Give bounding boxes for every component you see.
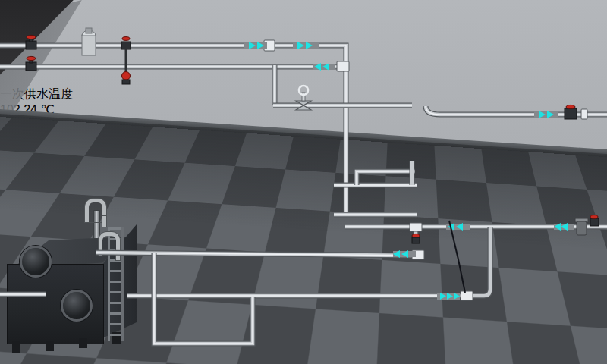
hmi-screen: 一次供水温度 102.24 ℃ 一次供水压力 0.70 Mpa 一次回水温度 3… — [0, 0, 607, 364]
primary-return-pipe — [0, 65, 341, 105]
pipe-flanges — [264, 40, 587, 300]
primary-supply-pipe — [0, 46, 346, 215]
gate-valve-return-1[interactable] — [26, 56, 36, 71]
return-canister-fitting — [575, 218, 588, 235]
gate-valve-supply-1[interactable] — [26, 35, 36, 49]
gate-valve-secondary-supply[interactable] — [565, 105, 577, 119]
filter-separator — [82, 28, 96, 55]
tank-outlet-pipe — [96, 253, 420, 256]
drain-valve-secondary-return[interactable] — [412, 234, 420, 243]
secondary-supply-pipe — [426, 106, 607, 115]
pipe-network — [0, 0, 607, 364]
gate-valve-secondary-return[interactable] — [590, 215, 599, 226]
gate-valve-supply-2[interactable] — [121, 37, 131, 49]
pressure-sensor-line — [449, 221, 465, 293]
